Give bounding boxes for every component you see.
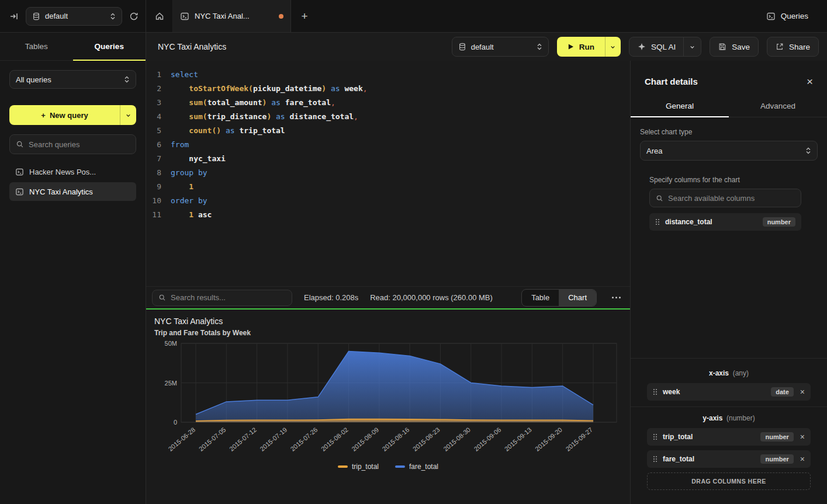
query-search-input[interactable] (29, 140, 130, 149)
legend-item[interactable]: trip_total (338, 463, 379, 471)
code-line[interactable]: 9 1 (146, 180, 630, 194)
code-line[interactable]: 5 count() as trip_total (146, 124, 630, 138)
run-button-main[interactable]: Run (557, 37, 605, 57)
query-search[interactable] (9, 134, 136, 154)
tab-general[interactable]: General (631, 95, 729, 117)
drag-handle-icon[interactable] (655, 218, 660, 225)
query-list: Hacker News Pos...NYC Taxi Analytics (9, 162, 136, 201)
view-chart-button[interactable]: Chart (559, 290, 596, 306)
code-line[interactable]: 3 sum(total_amount) as fare_total, (146, 96, 630, 110)
search-icon (158, 294, 166, 301)
x-tick-label: 2015-09-06 (473, 426, 503, 452)
drag-handle-icon[interactable] (653, 456, 658, 463)
chevron-updown-icon (110, 12, 116, 20)
close-icon[interactable]: × (807, 76, 813, 87)
refresh-icon[interactable] (129, 12, 139, 21)
results-search[interactable] (152, 290, 292, 306)
new-query-main[interactable]: + New query (9, 105, 120, 125)
chart-plot-area[interactable]: 025M50M2015-06-282015-07-052015-07-12201… (154, 340, 622, 459)
columns-search[interactable] (649, 189, 801, 207)
code-line[interactable]: 6from (146, 138, 630, 152)
new-tab-button[interactable]: + (291, 0, 318, 32)
queries-button-label: Queries (781, 12, 808, 20)
chart-title: NYC Taxi Analytics (154, 317, 622, 326)
app-root: default NYC Taxi Anal... (0, 0, 827, 504)
home-icon (155, 12, 164, 21)
sparkle-icon (638, 43, 646, 51)
y-tick-label: 25M (165, 380, 177, 387)
run-database-selector[interactable]: default (452, 37, 549, 57)
unsaved-dot (279, 14, 283, 19)
x-tick-label: 2015-09-20 (534, 426, 563, 452)
main-column: NYC Taxi Analytics default (146, 33, 827, 504)
queries-button[interactable]: Queries (759, 7, 815, 26)
run-database-value: default (471, 43, 532, 51)
drag-columns-drop-zone[interactable]: DRAG COLUMNS HERE (647, 472, 811, 490)
chart-type-value: Area (646, 147, 801, 155)
code-line[interactable]: 11 1 asc (146, 208, 630, 222)
share-button[interactable]: Share (767, 37, 819, 57)
new-query-caret[interactable] (120, 105, 136, 125)
chart-type-select[interactable]: Area (640, 141, 818, 161)
chart-type-label: Select chart type (640, 128, 818, 136)
more-options-icon[interactable] (608, 293, 624, 302)
run-button-caret[interactable] (605, 37, 621, 57)
x-axis-label: x-axis (709, 369, 729, 377)
column-row-week[interactable]: weekdate× (647, 383, 811, 401)
available-columns-list: distance_totalnumber (649, 213, 801, 231)
line-number: 2 (146, 82, 166, 96)
code-line[interactable]: 2 toStartOfWeek(pickup_datetime) as week… (146, 82, 630, 96)
legend-label: trip_total (352, 463, 379, 471)
sidebar-tab-queries[interactable]: Queries (73, 33, 146, 60)
sql-ai-label: SQL AI (651, 43, 676, 51)
code-line[interactable]: 8group by (146, 166, 630, 180)
column-name: distance_total (665, 218, 712, 226)
y-axis-label: y-axis (703, 414, 722, 422)
columns-search-input[interactable] (668, 194, 795, 203)
collapse-sidebar-icon[interactable] (9, 12, 19, 21)
sql-ai-button[interactable]: SQL AI (629, 37, 701, 57)
column-row-trip_total[interactable]: trip_totalnumber× (647, 428, 811, 446)
line-number: 4 (146, 110, 166, 124)
drag-handle-icon[interactable] (653, 433, 658, 440)
save-button[interactable]: Save (710, 37, 759, 57)
sql-ai-caret[interactable] (683, 37, 701, 56)
column-row-fare_total[interactable]: fare_totalnumber× (647, 450, 811, 468)
database-selector[interactable]: default (26, 7, 122, 26)
line-number: 3 (146, 96, 166, 110)
sidebar-tabs: Tables Queries (0, 33, 146, 61)
chart-svg: 025M50M2015-06-282015-07-052015-07-12201… (154, 340, 622, 457)
legend-item[interactable]: fare_total (395, 463, 438, 471)
query-file-icon (15, 168, 24, 176)
remove-column-icon[interactable]: × (800, 433, 805, 441)
run-button-label: Run (579, 43, 594, 51)
column-row-distance_total[interactable]: distance_totalnumber (649, 213, 801, 231)
share-icon (776, 43, 784, 51)
sql-editor[interactable]: 1select2 toStartOfWeek(pickup_datetime) … (146, 61, 630, 286)
code-line[interactable]: 4 sum(trip_distance) as distance_total, (146, 110, 630, 124)
y-axis-heading: y-axis (number) (640, 414, 818, 422)
tab-advanced[interactable]: Advanced (729, 95, 827, 117)
database-selector-value: default (45, 12, 105, 20)
tab-nyc-taxi-analytics[interactable]: NYC Taxi Anal... (173, 0, 291, 32)
query-list-item[interactable]: NYC Taxi Analytics (9, 182, 136, 201)
play-icon (568, 43, 574, 50)
line-number: 6 (146, 138, 166, 152)
run-button[interactable]: Run (557, 37, 621, 57)
new-query-button[interactable]: + New query (9, 105, 136, 125)
remove-column-icon[interactable]: × (800, 455, 805, 463)
query-list-item[interactable]: Hacker News Pos... (9, 162, 136, 181)
query-filter-select[interactable]: All queries (9, 70, 136, 89)
tab-home[interactable] (146, 0, 173, 32)
view-table-button[interactable]: Table (522, 290, 559, 306)
x-tick-label: 2015-07-12 (228, 426, 258, 452)
drag-handle-icon[interactable] (653, 388, 658, 395)
query-file-icon (15, 187, 24, 196)
results-search-input[interactable] (171, 293, 286, 302)
remove-column-icon[interactable]: × (800, 388, 805, 396)
page-title: NYC Taxi Analytics (158, 42, 226, 51)
code-line[interactable]: 7 nyc_taxi (146, 152, 630, 166)
code-line[interactable]: 1select (146, 68, 630, 82)
code-line[interactable]: 10order by (146, 194, 630, 208)
sidebar-tab-tables[interactable]: Tables (0, 33, 73, 60)
